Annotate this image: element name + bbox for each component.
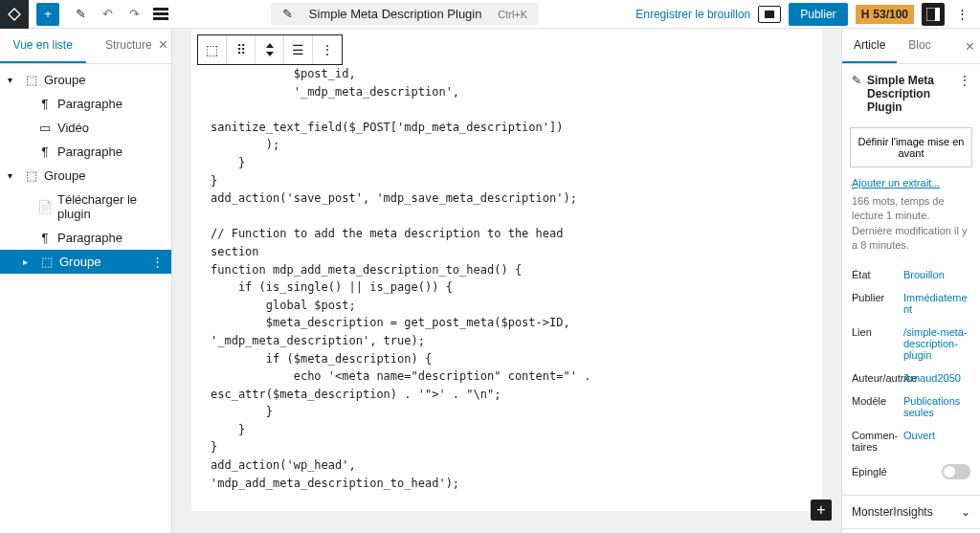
accordion-monsterinsights[interactable]: MonsterInsights⌄ xyxy=(842,495,980,528)
save-draft-link[interactable]: Enregistrer le brouillon xyxy=(635,8,750,21)
paragraph-icon: ¶ xyxy=(38,232,52,245)
redo-icon[interactable]: ↷ xyxy=(121,0,147,29)
tree-item-download[interactable]: 📄Télécharger le plugin xyxy=(0,188,171,226)
publish-row[interactable]: PublierImmédiatement xyxy=(852,286,970,321)
last-modified-stat: Dernière modification il y a 8 minutes. xyxy=(852,224,970,254)
file-icon: 📄 xyxy=(38,200,52,213)
tab-list-view[interactable]: Vue en liste xyxy=(0,29,86,63)
undo-icon[interactable]: ↶ xyxy=(94,0,121,29)
more-icon[interactable]: ⋮ xyxy=(151,255,164,269)
paragraph-icon: ¶ xyxy=(38,98,52,111)
code-block-card[interactable]: ⬚ ⠿ ☰ ⋮ $post_id, '_mdp_meta_description… xyxy=(191,29,822,511)
video-icon: ▭ xyxy=(38,122,52,135)
group-icon: ⬚ xyxy=(40,255,54,269)
code-content[interactable]: $post_id, '_mdp_meta_description', sanit… xyxy=(211,65,803,492)
template-row[interactable]: ModèlePublications seules xyxy=(852,389,970,424)
chevron-down-icon: ⌄ xyxy=(961,505,970,519)
tree-item-video[interactable]: ▭Vidéo xyxy=(0,116,171,140)
group-icon: ⬚ xyxy=(25,74,38,87)
tree-item-paragraph[interactable]: ¶Paragraphe xyxy=(0,226,171,250)
status-row[interactable]: ÉtatBrouillon xyxy=(852,263,970,286)
tab-article[interactable]: Article xyxy=(842,29,897,63)
pinned-row: Épinglé xyxy=(852,458,970,485)
doc-icon: ✎ xyxy=(282,7,293,21)
comments-row[interactable]: Commen-tairesOuvert xyxy=(852,424,970,458)
word-count-stat: 166 mots, temps de lecture 1 minute. xyxy=(852,194,970,224)
tree-item-group[interactable]: ▾⬚Groupe xyxy=(0,68,171,92)
wp-logo-button[interactable] xyxy=(0,0,29,29)
close-right-panel-icon[interactable]: × xyxy=(966,38,974,56)
list-view-icon[interactable] xyxy=(147,0,174,29)
tree-item-paragraph[interactable]: ¶Paragraphe xyxy=(0,140,171,164)
chevron-down-icon[interactable]: ▾ xyxy=(8,75,19,85)
health-score-badge[interactable]: H53/100 xyxy=(856,5,914,24)
add-excerpt-link[interactable]: Ajouter un extrait... xyxy=(842,177,980,194)
svg-rect-1 xyxy=(153,12,168,15)
pencil-icon: ✎ xyxy=(852,74,861,87)
append-block-button[interactable]: + xyxy=(811,500,832,521)
svg-rect-4 xyxy=(935,8,940,21)
block-toolbar: ⬚ ⠿ ☰ ⋮ xyxy=(197,34,343,65)
chevron-down-icon[interactable]: ▾ xyxy=(8,170,19,181)
accordion-categories[interactable]: Catégories⌄ xyxy=(842,528,980,533)
edit-icon[interactable]: ✎ xyxy=(67,0,94,29)
svg-rect-0 xyxy=(153,8,168,11)
align-icon[interactable]: ☰ xyxy=(284,35,313,64)
set-featured-image-button[interactable]: Définir l'image mise en avant xyxy=(850,127,972,167)
drag-handle-icon[interactable]: ⠿ xyxy=(227,35,256,64)
close-left-panel-icon[interactable]: × xyxy=(159,36,167,54)
add-block-button[interactable]: + xyxy=(36,3,59,26)
paragraph-icon: ¶ xyxy=(38,145,52,159)
preview-button[interactable] xyxy=(758,6,781,23)
sidebar-toggle-button[interactable] xyxy=(922,3,945,26)
block-more-icon[interactable]: ⋮ xyxy=(313,35,342,64)
document-title-bar[interactable]: ✎ Simple Meta Description Plugin Ctrl+K xyxy=(271,3,539,25)
doc-title: Simple Meta Description Plugin xyxy=(301,7,490,21)
tree-item-group[interactable]: ▾⬚Groupe xyxy=(0,164,171,188)
more-options-icon[interactable]: ⋮ xyxy=(952,3,972,25)
link-row[interactable]: Lien/simple-meta-description-plugin xyxy=(852,321,970,366)
chevron-right-icon[interactable]: ▸ xyxy=(23,256,34,267)
article-title: Simple Meta Description Plugin xyxy=(867,74,953,114)
tree-item-group-selected[interactable]: ▸⬚Groupe⋮ xyxy=(0,250,171,274)
shortcut-hint: Ctrl+K xyxy=(498,9,527,20)
pinned-toggle[interactable] xyxy=(942,464,970,479)
more-icon[interactable]: ⋮ xyxy=(959,74,970,87)
tree-item-paragraph[interactable]: ¶Paragraphe xyxy=(0,92,171,116)
block-type-icon[interactable]: ⬚ xyxy=(198,35,227,64)
tab-block[interactable]: Bloc xyxy=(897,29,942,63)
group-icon: ⬚ xyxy=(25,169,38,183)
author-row[interactable]: Auteur/autriceArnaud2050 xyxy=(852,366,970,389)
publish-button[interactable]: Publier xyxy=(789,3,847,26)
move-up-down-icon[interactable] xyxy=(256,35,284,64)
svg-rect-2 xyxy=(153,17,168,20)
